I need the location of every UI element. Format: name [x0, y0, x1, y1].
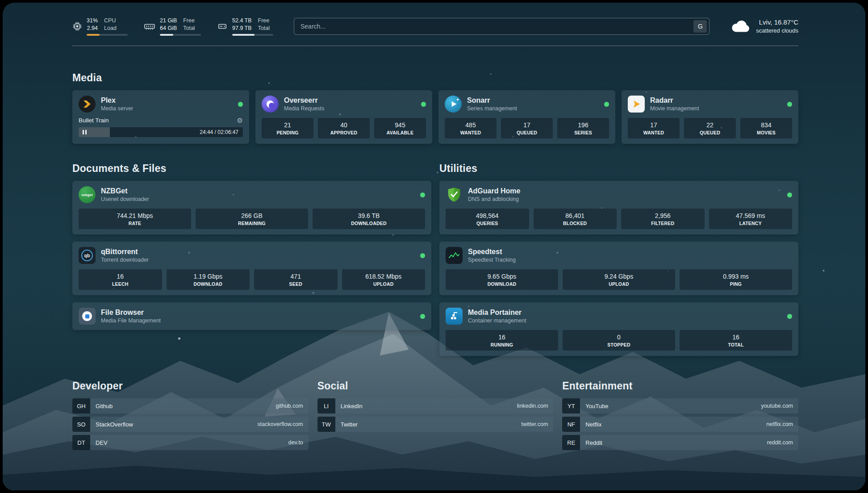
sonarr-card[interactable]: Sonarr Series management 485WANTED 17QUE… — [438, 90, 615, 144]
bookmark-name: YouTube — [585, 403, 608, 409]
section-entertainment: Entertainment YT YouTube youtube.com NF … — [562, 380, 798, 453]
sonarr-subtitle: Series management — [467, 105, 517, 112]
utilities-section-title: Utilities — [439, 163, 798, 175]
portainer-card[interactable]: Media Portainer Container management 16R… — [439, 302, 798, 356]
filebrowser-icon — [79, 308, 96, 325]
cpu-metric: 31% 2.94 CPU Load — [72, 17, 128, 36]
gear-icon[interactable]: ⚙ — [237, 117, 243, 124]
adguard-name: AdGuard Home — [468, 187, 520, 195]
entertainment-section-title: Entertainment — [562, 380, 798, 392]
cpu-load-value: 2.94 — [87, 25, 98, 32]
disk-usage-bar — [232, 34, 273, 36]
filebrowser-name: File Browser — [101, 309, 161, 317]
section-media: Media Plex Media server Bullet Train — [72, 72, 798, 144]
adguard-subtitle: DNS and adblocking — [468, 196, 520, 202]
bookmark-abbr: RE — [562, 435, 580, 450]
section-social: Social LI LinkedIn linkedin.com TW Twitt… — [317, 380, 554, 453]
radarr-name: Radarr — [650, 96, 699, 104]
documents-section-title: Documents & Files — [72, 163, 431, 175]
plex-subtitle: Media server — [101, 105, 133, 112]
weather-widget: Lviv, 16.87°C scattered clouds — [730, 17, 798, 35]
ram-usage-bar — [160, 34, 201, 36]
bookmark-url: stackoverflow.com — [258, 421, 303, 427]
nzbget-name: NZBGet — [101, 187, 149, 195]
qbittorrent-name: qBittorrent — [101, 248, 149, 256]
radarr-stat-queued: 22QUEUED — [684, 118, 736, 138]
bookmark-github[interactable]: GH Github github.com — [72, 398, 309, 414]
sonarr-stat-wanted: 485WANTED — [445, 118, 497, 138]
filebrowser-card[interactable]: File Browser Media File Management — [72, 302, 431, 330]
plex-now-playing: Bullet Train — [79, 117, 109, 124]
pause-icon[interactable] — [83, 130, 87, 134]
disk-free-value: 52.4 TB — [232, 17, 252, 25]
social-section-title: Social — [317, 380, 554, 392]
disk-icon — [217, 21, 228, 31]
qbittorrent-card[interactable]: qb qBittorrent Torrent downloader 16LEEC… — [72, 242, 431, 295]
bookmark-dev[interactable]: DT DEV dev.to — [72, 435, 309, 450]
ram-icon — [144, 21, 155, 31]
cpu-label-1: CPU — [104, 17, 117, 25]
section-developer: Developer GH Github github.com SO StackO… — [72, 380, 309, 453]
ram-label-1: Free — [183, 17, 195, 25]
bookmark-abbr: LI — [317, 398, 335, 414]
plex-progress-bar[interactable]: 24:44 / 02:06:47 — [79, 127, 243, 137]
qbittorrent-stat-seed: 471SEED — [254, 269, 338, 290]
speedtest-stat-download: 9.65 GbpsDOWNLOAD — [446, 269, 558, 290]
plex-playback-time: 24:44 / 02:06:47 — [200, 129, 238, 135]
section-documents: Documents & Files nzbget NZBGet Usenet d… — [72, 163, 431, 330]
speedtest-icon — [446, 247, 463, 264]
overseerr-stat-approved: 40APPROVED — [318, 118, 370, 138]
weather-location: Lviv, 16.87°C — [756, 17, 798, 27]
sonarr-stat-series: 196SERIES — [557, 118, 609, 138]
nzbget-card[interactable]: nzbget NZBGet Usenet downloader 744.21 M… — [72, 181, 431, 234]
qbittorrent-subtitle: Torrent downloader — [101, 257, 149, 263]
bookmark-twitter[interactable]: TW Twitter twitter.com — [317, 417, 554, 432]
bookmark-abbr: TW — [317, 417, 335, 432]
qbittorrent-icon: qb — [79, 247, 96, 264]
disk-label-1: Free — [258, 17, 270, 25]
filebrowser-subtitle: Media File Management — [101, 318, 161, 324]
disk-total-value: 97.9 TB — [232, 25, 252, 32]
bookmark-name: Netflix — [585, 421, 601, 428]
bookmark-linkedin[interactable]: LI LinkedIn linkedin.com — [317, 398, 554, 414]
cloud-icon — [730, 20, 751, 33]
adguard-icon — [446, 186, 463, 203]
speedtest-stat-upload: 9.24 GbpsUPLOAD — [563, 269, 675, 290]
sonarr-stat-queued: 17QUEUED — [501, 118, 553, 138]
radarr-card[interactable]: Radarr Movie management 17WANTED 22QUEUE… — [622, 90, 798, 144]
bookmark-url: twitter.com — [522, 421, 548, 427]
overseerr-status-dot — [421, 102, 426, 107]
cpu-usage-bar — [87, 34, 128, 36]
bookmark-reddit[interactable]: RE Reddit reddit.com — [562, 435, 798, 450]
qbittorrent-status-dot — [420, 253, 425, 258]
cpu-percent: 31% — [87, 17, 98, 25]
adguard-stat-queries: 498,564QUERIES — [446, 209, 529, 229]
bookmark-youtube[interactable]: YT YouTube youtube.com — [562, 398, 798, 414]
bookmark-url: linkedin.com — [517, 403, 548, 409]
sonarr-status-dot — [604, 102, 609, 107]
bookmark-name: StackOverflow — [96, 421, 133, 428]
portainer-icon — [446, 308, 463, 325]
search-input[interactable] — [300, 23, 693, 30]
search-bar: G — [294, 18, 709, 35]
bookmark-stackoverflow[interactable]: SO StackOverflow stackoverflow.com — [72, 417, 309, 432]
sonarr-icon — [445, 96, 462, 113]
qbittorrent-stat-download: 1.19 GbpsDOWNLOAD — [167, 269, 250, 290]
search-provider-button[interactable]: G — [693, 20, 707, 33]
disk-label-2: Total — [258, 25, 270, 32]
portainer-stat-total: 16TOTAL — [680, 330, 792, 351]
plex-card[interactable]: Plex Media server Bullet Train ⚙ 24:44 /… — [72, 90, 249, 144]
adguard-card[interactable]: AdGuard Home DNS and adblocking 498,564Q… — [439, 181, 798, 234]
adguard-stat-filtered: 2,956FILTERED — [621, 209, 705, 229]
bookmark-netflix[interactable]: NF Netflix netflix.com — [562, 417, 798, 432]
overseerr-card[interactable]: Overseerr Media Requests 21PENDING 40APP… — [255, 90, 432, 144]
bookmark-abbr: GH — [72, 398, 90, 414]
plex-name: Plex — [101, 96, 133, 104]
portainer-name: Media Portainer — [468, 309, 526, 317]
ram-metric: 21 GiB 64 GiB Free Total — [144, 17, 201, 36]
radarr-status-dot — [787, 102, 792, 107]
cpu-icon — [72, 21, 82, 31]
bookmark-url: dev.to — [288, 439, 303, 446]
speedtest-card[interactable]: Speedtest Speedtest Tracking 9.65 GbpsDO… — [439, 242, 798, 295]
nzbget-stat-downloaded: 39.6 TBDOWNLOADED — [313, 209, 425, 229]
